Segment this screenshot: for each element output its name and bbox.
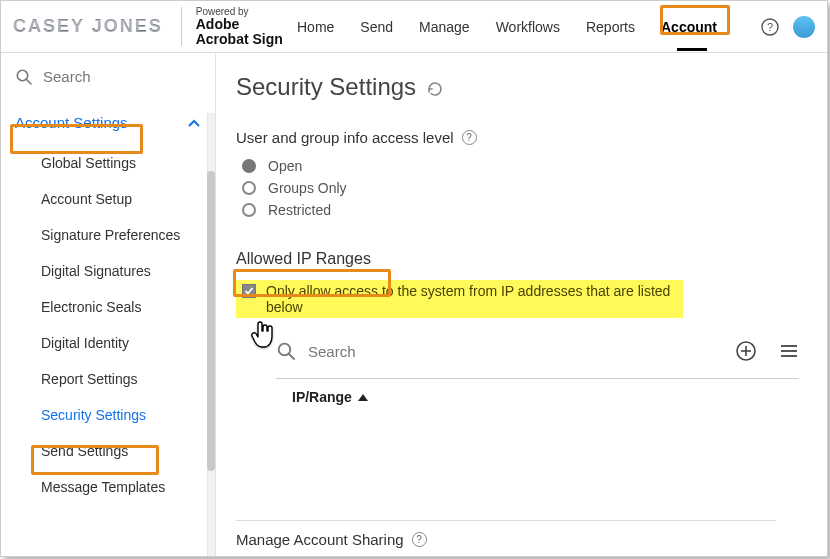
search-icon (276, 341, 296, 361)
sidebar-item-signature-preferences[interactable]: Signature Preferences (29, 217, 215, 253)
powered-by-acrobat: Acrobat Sign (196, 32, 283, 47)
nav-active-underline (677, 48, 707, 51)
access-level-title: User and group info access level (236, 129, 454, 146)
radio-open[interactable]: Open (242, 158, 799, 174)
powered-by-adobe: Adobe (196, 17, 283, 32)
powered-by: Powered by Adobe Acrobat Sign (181, 7, 283, 47)
nav-manage[interactable]: Manage (417, 15, 472, 39)
radio-label: Open (268, 158, 302, 174)
nav-home[interactable]: Home (295, 15, 336, 39)
radio-icon (242, 159, 256, 173)
allowed-ip-section: Allowed IP Ranges Only allow access to t… (236, 248, 799, 405)
radio-label: Groups Only (268, 180, 347, 196)
sidebar-item-send-settings[interactable]: Send Settings (29, 433, 215, 469)
nav-reports[interactable]: Reports (584, 15, 637, 39)
sidebar-item-global-settings[interactable]: Global Settings (29, 145, 215, 181)
ip-checkbox-row[interactable]: Only allow access to the system from IP … (236, 280, 683, 318)
help-icon[interactable]: ? (761, 18, 779, 36)
sidebar-items: Global Settings Account Setup Signature … (1, 141, 215, 509)
radio-icon (242, 181, 256, 195)
nav-account[interactable]: Account (659, 15, 719, 39)
sidebar-search[interactable]: Search (1, 53, 215, 104)
ip-checkbox[interactable] (242, 284, 256, 298)
svg-line-3 (27, 80, 32, 85)
sidebar-item-security-settings[interactable]: Security Settings (29, 397, 215, 433)
page-title-row: Security Settings (236, 73, 799, 101)
ip-table-header[interactable]: IP/Range (276, 378, 799, 405)
sidebar-item-digital-signatures[interactable]: Digital Signatures (29, 253, 215, 289)
access-level-title-row: User and group info access level ? (236, 129, 799, 146)
manage-account-sharing-row: Manage Account Sharing ? (236, 520, 776, 548)
radio-groups-only[interactable]: Groups Only (242, 180, 799, 196)
ip-col-header-label: IP/Range (292, 389, 352, 405)
header: CASEY JONES Powered by Adobe Acrobat Sig… (1, 1, 827, 53)
svg-text:?: ? (767, 21, 773, 33)
help-tooltip-icon[interactable]: ? (412, 532, 427, 547)
sidebar-group-label: Account Settings (15, 114, 128, 131)
access-level-radios: Open Groups Only Restricted (236, 158, 799, 218)
sidebar-item-message-templates[interactable]: Message Templates (29, 469, 215, 505)
sort-ascending-icon (358, 394, 368, 401)
refresh-icon[interactable] (426, 73, 444, 101)
manage-account-sharing-label: Manage Account Sharing (236, 531, 404, 548)
ip-checkbox-label: Only allow access to the system from IP … (266, 283, 677, 315)
sidebar-search-placeholder: Search (43, 68, 91, 85)
sidebar-group-account-settings[interactable]: Account Settings (1, 104, 215, 141)
avatar[interactable] (793, 16, 815, 38)
allowed-ip-title: Allowed IP Ranges (236, 248, 799, 270)
ip-search-placeholder: Search (308, 343, 356, 360)
nav-workflows[interactable]: Workflows (494, 15, 562, 39)
page-title: Security Settings (236, 73, 416, 101)
help-tooltip-icon[interactable]: ? (462, 130, 477, 145)
sidebar-item-report-settings[interactable]: Report Settings (29, 361, 215, 397)
sidebar: Search Account Settings Global Settings … (1, 53, 216, 556)
add-ip-button[interactable] (735, 340, 757, 362)
main-content: Security Settings User and group info ac… (216, 53, 827, 556)
search-icon (15, 67, 33, 86)
sidebar-item-electronic-seals[interactable]: Electronic Seals (29, 289, 215, 325)
brand-logo: CASEY JONES (13, 16, 163, 37)
radio-label: Restricted (268, 202, 331, 218)
svg-line-5 (289, 354, 294, 359)
sidebar-scrollbar-thumb[interactable] (207, 171, 215, 471)
chevron-up-icon (187, 114, 201, 131)
ip-search[interactable]: Search (276, 341, 735, 361)
sidebar-item-account-setup[interactable]: Account Setup (29, 181, 215, 217)
menu-icon[interactable] (779, 341, 799, 361)
sidebar-item-digital-identity[interactable]: Digital Identity (29, 325, 215, 361)
radio-restricted[interactable]: Restricted (242, 202, 799, 218)
top-nav: Home Send Manage Workflows Reports Accou… (295, 15, 815, 39)
ip-toolbar: Search (236, 340, 799, 362)
radio-icon (242, 203, 256, 217)
nav-send[interactable]: Send (358, 15, 395, 39)
